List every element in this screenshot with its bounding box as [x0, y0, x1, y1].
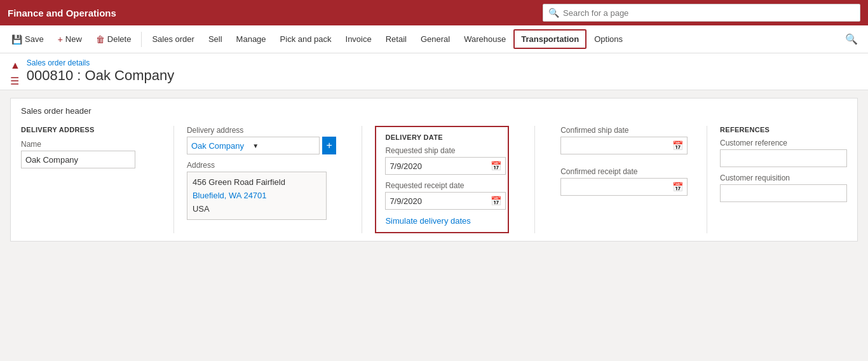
address-dropdown-value: Oak Company: [191, 141, 252, 151]
address-line3: USA: [193, 204, 210, 214]
delete-icon: 🗑: [96, 34, 105, 44]
customer-requisition-input[interactable]: [720, 184, 847, 202]
delivery-address-sublabel: Delivery address: [187, 126, 336, 135]
divider-confirmed: [534, 126, 535, 233]
ship-date-input[interactable]: 7/9/2020 📅: [385, 157, 506, 175]
options-button[interactable]: Options: [588, 31, 629, 48]
ship-date-group: Requested ship date 7/9/2020 📅: [385, 146, 499, 175]
form-grid: DELIVERY ADDRESS Name Delivery address O…: [21, 126, 847, 233]
confirmed-receipt-input[interactable]: 📅: [560, 178, 688, 196]
confirmed-receipt-calendar-icon[interactable]: 📅: [672, 182, 683, 192]
references-section: REFERENCES Customer reference Customer r…: [720, 126, 847, 208]
toolbar: 💾 Save + New 🗑 Delete Sales order Sell M…: [0, 25, 868, 53]
receipt-date-group: Requested receipt date 7/9/2020 📅: [385, 181, 499, 210]
section-title: Sales order header: [21, 106, 847, 118]
customer-requisition-label: Customer requisition: [720, 174, 847, 182]
name-label: Name: [21, 140, 148, 149]
delivery-address-section: DELIVERY ADDRESS Name: [21, 126, 161, 175]
toolbar-search-button[interactable]: 🔍: [840, 31, 863, 48]
new-button[interactable]: + New: [51, 31, 88, 48]
divider-references: [707, 126, 707, 233]
confirmed-receipt-label: Confirmed receipt date: [560, 167, 681, 176]
delivery-date-label: DELIVERY DATE: [385, 133, 499, 141]
customer-reference-label: Customer reference: [720, 139, 847, 147]
app-title: Finance and Operations: [8, 8, 116, 18]
search-bar[interactable]: 🔍: [543, 4, 860, 22]
address-block: 456 Green Road Fairfield Bluefield, WA 2…: [187, 172, 327, 220]
page-header-content: Sales order details 000810 : Oak Company: [27, 58, 858, 84]
sales-order-button[interactable]: Sales order: [146, 31, 200, 48]
retail-button[interactable]: Retail: [379, 31, 413, 48]
pick-and-pack-button[interactable]: Pick and pack: [274, 31, 338, 48]
menu-icon[interactable]: ☰: [10, 75, 20, 87]
name-field-group: Name: [21, 140, 148, 168]
delivery-date-box: DELIVERY DATE Requested ship date 7/9/20…: [375, 126, 509, 233]
divider-address: [173, 126, 174, 233]
confirmed-receipt-group: Confirmed receipt date 📅: [560, 167, 681, 196]
new-icon: +: [58, 34, 63, 44]
breadcrumb[interactable]: Sales order details: [27, 58, 858, 67]
confirmed-ship-input[interactable]: 📅: [560, 137, 688, 154]
warehouse-button[interactable]: Warehouse: [458, 31, 512, 48]
page-title: 000810 : Oak Company: [27, 67, 858, 84]
receipt-date-calendar-icon[interactable]: 📅: [491, 196, 501, 206]
receipt-date-value: 7/9/2020: [390, 196, 491, 206]
address-block-label: Address: [187, 161, 336, 170]
confirmed-dates-section: Confirmed ship date 📅 Confirmed receipt …: [548, 126, 694, 202]
address-block-group: Address 456 Green Road Fairfield Bluefie…: [187, 161, 336, 220]
sell-button[interactable]: Sell: [202, 31, 229, 48]
customer-reference-group: Customer reference: [720, 139, 847, 167]
left-icons: ▲ ☰: [10, 58, 20, 87]
references-label: REFERENCES: [720, 126, 847, 133]
delete-button[interactable]: 🗑 Delete: [90, 31, 138, 48]
address-line2[interactable]: Bluefield, WA 24701: [193, 191, 267, 200]
customer-reference-input[interactable]: [720, 149, 847, 167]
top-bar: Finance and Operations 🔍: [0, 0, 868, 25]
confirmed-ship-calendar-icon[interactable]: 📅: [672, 140, 683, 151]
simulate-delivery-dates-link[interactable]: Simulate delivery dates: [385, 216, 470, 226]
save-button[interactable]: 💾 Save: [5, 31, 50, 48]
general-button[interactable]: General: [414, 31, 456, 48]
ship-date-calendar-icon[interactable]: 📅: [491, 161, 501, 171]
delivery-date-section: DELIVERY DATE Requested ship date 7/9/20…: [375, 126, 522, 233]
search-icon: 🔍: [548, 8, 559, 18]
receipt-date-label: Requested receipt date: [385, 181, 499, 190]
delivery-address-label-group: DELIVERY ADDRESS: [21, 126, 148, 133]
receipt-date-input[interactable]: 7/9/2020 📅: [385, 192, 506, 210]
ship-date-value: 7/9/2020: [390, 161, 491, 171]
divider1: [141, 32, 142, 47]
ship-date-label: Requested ship date: [385, 146, 499, 155]
address-dropdown[interactable]: Oak Company ▼: [187, 137, 320, 154]
name-input[interactable]: [21, 151, 135, 168]
transportation-button[interactable]: Transportation: [513, 29, 587, 49]
customer-requisition-group: Customer requisition: [720, 174, 847, 202]
delivery-address-detail-section: Delivery address Oak Company ▼ + Address…: [187, 126, 349, 226]
address-line1: 456 Green Road Fairfield: [193, 177, 285, 187]
save-icon: 💾: [11, 34, 22, 44]
delivery-address-dropdown-group: Delivery address Oak Company ▼ +: [187, 126, 336, 154]
confirmed-ship-label: Confirmed ship date: [560, 126, 681, 135]
divider-delivery: [362, 126, 362, 233]
filter-icon[interactable]: ▲: [10, 60, 20, 71]
invoice-button[interactable]: Invoice: [339, 31, 378, 48]
confirmed-ship-group: Confirmed ship date 📅: [560, 126, 681, 154]
add-address-button[interactable]: +: [322, 137, 337, 154]
search-input[interactable]: [563, 8, 855, 18]
page-header: ▲ ☰ Sales order details 000810 : Oak Com…: [0, 53, 868, 90]
main-content: Sales order header DELIVERY ADDRESS Name…: [0, 90, 868, 344]
manage-button[interactable]: Manage: [230, 31, 273, 48]
chevron-down-icon: ▼: [252, 142, 313, 149]
delivery-address-label: DELIVERY ADDRESS: [21, 126, 148, 133]
sales-order-header-card: Sales order header DELIVERY ADDRESS Name…: [10, 98, 858, 242]
